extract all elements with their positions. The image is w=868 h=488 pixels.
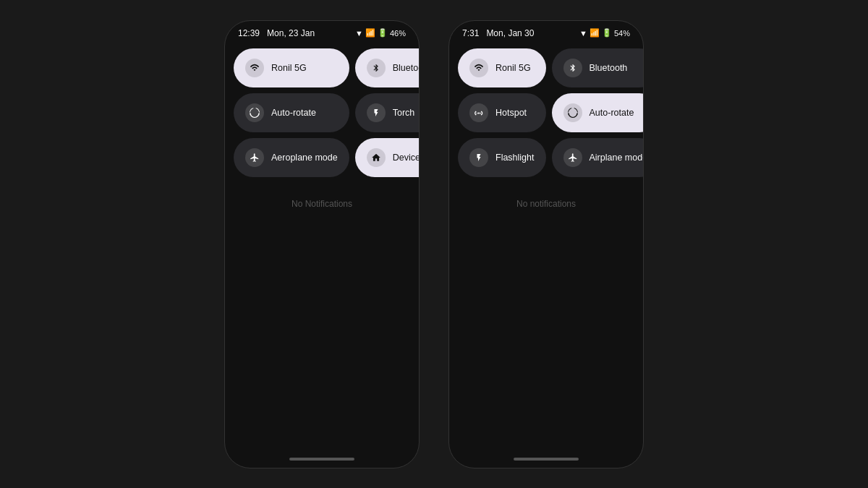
device-icon-1 — [367, 148, 386, 167]
notification-area-2: No notifications — [449, 177, 643, 458]
home-indicator-2[interactable] — [514, 458, 579, 461]
tile-devicecontrols-1[interactable]: Device controls › — [355, 138, 420, 177]
tile-label-bluetooth-2: Bluetooth — [590, 63, 628, 73]
no-notifications-1: No Notifications — [292, 199, 352, 209]
tile-wifi-1[interactable]: Ronil 5G — [234, 48, 349, 87]
tile-autorotate-2[interactable]: Auto-rotate — [552, 93, 644, 132]
tile-label-device-1: Device controls — [393, 153, 420, 163]
notification-area-1: No Notifications — [225, 177, 419, 458]
autorotate-icon-2 — [563, 103, 582, 122]
tile-label-airplane-2: Airplane mode — [590, 153, 644, 163]
tile-label-aeroplane-1: Aeroplane mode — [271, 153, 338, 163]
tile-bluetooth-2[interactable]: Bluetooth — [552, 48, 644, 87]
time-date-1: 12:39 Mon, 23 Jan — [238, 28, 315, 38]
tile-label-autorotate-2: Auto-rotate — [590, 108, 634, 118]
tile-label-bluetooth-1: Bluetooth — [393, 63, 420, 73]
no-notifications-2: No notifications — [516, 199, 576, 209]
tile-bluetooth-1[interactable]: Bluetooth — [355, 48, 420, 87]
tile-aeroplane-1[interactable]: Aeroplane mode — [234, 138, 349, 177]
hotspot-icon-2 — [469, 103, 488, 122]
phone-1: 12:39 Mon, 23 Jan ▼ 📶 🔋 46% Ronil 5G Blu… — [224, 20, 420, 468]
tile-label-hotspot-2: Hotspot — [495, 108, 527, 118]
quick-tiles-2: Ronil 5G Bluetooth Hotspot Auto-rotate — [449, 43, 643, 177]
status-icons-1: ▼ 📶 🔋 46% — [355, 28, 406, 38]
tile-torch-1[interactable]: Torch — [355, 93, 420, 132]
phone-2: 7:31 Mon, Jan 30 ▼ 📶 🔋 54% Ronil 5G Blue… — [448, 20, 644, 468]
bluetooth-icon-2 — [563, 59, 582, 77]
home-indicator-1[interactable] — [289, 458, 354, 461]
tile-label-torch-1: Torch — [393, 108, 415, 118]
tile-airplane-2[interactable]: Airplane mode — [552, 138, 644, 177]
status-bar-1: 12:39 Mon, 23 Jan ▼ 📶 🔋 46% — [225, 21, 419, 43]
tile-label-wifi-1: Ronil 5G — [271, 63, 307, 73]
autorotate-icon-1 — [245, 103, 264, 122]
tile-label-autorotate-1: Auto-rotate — [271, 108, 316, 118]
airplane-icon-2 — [563, 148, 582, 167]
tile-label-wifi-2: Ronil 5G — [495, 63, 531, 73]
flashlight-icon-2 — [469, 148, 488, 167]
status-icons-2: ▼ 📶 🔋 54% — [579, 28, 630, 38]
wifi-icon — [245, 59, 264, 77]
wifi-icon-2 — [469, 59, 488, 77]
torch-icon-1 — [367, 103, 386, 122]
tile-label-flashlight-2: Flashlight — [495, 153, 535, 163]
quick-tiles-1: Ronil 5G Bluetooth Auto-rotate Torch — [225, 43, 419, 177]
tile-hotspot-2[interactable]: Hotspot — [458, 93, 546, 132]
tile-flashlight-2[interactable]: Flashlight — [458, 138, 546, 177]
tile-wifi-2[interactable]: Ronil 5G — [458, 48, 546, 87]
status-bar-2: 7:31 Mon, Jan 30 ▼ 📶 🔋 54% — [449, 21, 643, 43]
time-date-2: 7:31 Mon, Jan 30 — [462, 28, 534, 38]
tile-autorotate-1[interactable]: Auto-rotate — [234, 93, 349, 132]
aeroplane-icon-1 — [245, 148, 264, 167]
bluetooth-icon-1 — [367, 59, 386, 77]
